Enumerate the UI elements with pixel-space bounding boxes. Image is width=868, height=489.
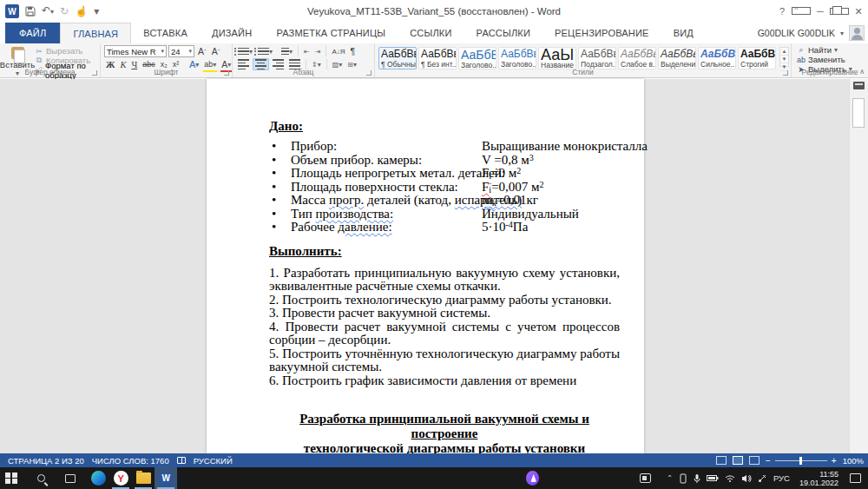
styles-scroll[interactable]: ▲▼▼ <box>779 47 789 67</box>
bullets-button[interactable]: ▾ <box>236 45 254 57</box>
style-card-3[interactable]: АаБбВвГЗаголово... <box>498 47 536 69</box>
styles-dialog-launcher[interactable] <box>783 70 788 76</box>
speaker-icon[interactable] <box>741 474 752 483</box>
tab-главная[interactable]: ГЛАВНАЯ <box>60 23 131 43</box>
word-count[interactable]: ЧИСЛО СЛОВ: 1760 <box>92 456 169 466</box>
news-widget-icon[interactable] <box>640 473 651 483</box>
read-mode-icon[interactable] <box>716 456 727 465</box>
style-card-9[interactable]: АаБбВвГгДСтрогий <box>738 47 776 69</box>
do-heading[interactable]: Выполнить: <box>269 244 620 259</box>
style-card-1[interactable]: АаБбВвГг,¶ Без инт... <box>418 47 457 69</box>
section-heading[interactable]: Разработка принципиальной вакуумной схем… <box>269 412 620 456</box>
style-card-4[interactable]: АаЫНазвание <box>538 47 576 69</box>
given-item[interactable]: •Объем прибор. камеры:V =0,8 м3 <box>269 154 620 168</box>
ribbon-display-options-button[interactable] <box>792 6 811 17</box>
task-item[interactable]: 1. Разработать принципиальную вакуумную … <box>269 267 620 294</box>
start-button[interactable] <box>0 467 23 489</box>
given-item[interactable]: •Площадь непрогретых метал. деталей:Fi=0… <box>269 167 620 181</box>
edge-button[interactable] <box>87 467 109 489</box>
redo-icon[interactable]: ↻ <box>60 6 69 17</box>
hidden-icons-button[interactable]: ⌃ <box>667 474 673 482</box>
style-card-6[interactable]: АаБбВвГгДСлабое в... <box>618 47 656 69</box>
print-layout-icon[interactable] <box>733 456 743 465</box>
taskbar-search-button[interactable] <box>30 467 52 489</box>
tab-разметка страницы[interactable]: РАЗМЕТКА СТРАНИЦЫ <box>264 23 398 43</box>
show-marks-button[interactable]: ¶ <box>349 45 358 57</box>
style-card-2[interactable]: АаБбВЗаголово... <box>458 47 496 69</box>
account-area[interactable]: G00DLIK G00DLIK ▾ <box>758 23 865 43</box>
web-layout-icon[interactable] <box>749 456 760 465</box>
style-card-8[interactable]: АаБбВвГгДСильное... <box>698 47 736 69</box>
yandex-browser-button[interactable]: Y <box>109 467 132 489</box>
phone-link-icon[interactable] <box>679 473 687 484</box>
shrink-font-button[interactable]: Аˇ <box>210 45 222 57</box>
battery-icon[interactable] <box>707 474 719 482</box>
font-dialog-launcher[interactable] <box>224 70 229 76</box>
tab-file[interactable]: ФАЙЛ <box>5 23 60 43</box>
tab-рецензирование[interactable]: РЕЦЕНЗИРОВАНИЕ <box>542 23 661 43</box>
microphone-icon[interactable] <box>694 473 700 484</box>
decrease-indent-button[interactable]: ⇤ <box>302 45 312 57</box>
find-button[interactable]: ⌕Найти▾ <box>797 45 868 55</box>
given-item[interactable]: •Прибор:Выращивание монокристалла <box>269 140 620 154</box>
increase-indent-button[interactable]: ⇥ <box>313 45 323 57</box>
zoom-level[interactable]: 100% <box>843 456 864 466</box>
style-card-5[interactable]: АаБбВвГПодзагол... <box>578 47 616 69</box>
file-explorer-button[interactable] <box>132 467 155 489</box>
cut-button[interactable]: ✂Вырезать <box>35 46 100 56</box>
tab-рассылки[interactable]: РАССЫЛКИ <box>464 23 542 43</box>
grow-font-button[interactable]: Аˆ <box>196 45 208 57</box>
restore-button[interactable] <box>830 6 849 17</box>
proofing-icon[interactable] <box>177 457 186 464</box>
scrollbar-thumb[interactable] <box>852 98 865 128</box>
given-item[interactable]: •Тип производства:Индивидуальный <box>269 208 620 221</box>
numbering-button[interactable]: ▾ <box>256 45 274 57</box>
zoom-out-icon[interactable]: − <box>766 456 771 466</box>
tab-вид[interactable]: ВИД <box>661 23 706 43</box>
language-indicator[interactable]: РУССКИЙ <box>194 456 233 466</box>
task-item[interactable]: 6. Построить график зависимости давления… <box>269 374 620 388</box>
given-heading[interactable]: Дано: <box>269 119 620 134</box>
task-item[interactable]: 5. Построить уточнённую технологическую … <box>269 347 620 374</box>
touch-mode-icon[interactable]: ☝ <box>75 6 88 17</box>
collapse-ribbon-icon[interactable]: ∧ <box>859 68 865 76</box>
font-name-combo[interactable]: Times New R▾ <box>104 45 167 57</box>
task-view-button[interactable] <box>59 467 82 489</box>
ruler-toggle-icon[interactable] <box>853 82 865 89</box>
alice-assistant-button[interactable] <box>526 471 539 486</box>
save-icon[interactable] <box>25 6 36 17</box>
wifi-icon[interactable] <box>725 474 735 483</box>
style-card-0[interactable]: АаБбВвГг,¶ Обычный <box>378 47 417 69</box>
font-size-combo[interactable]: 24▾ <box>168 45 194 57</box>
tab-ссылки[interactable]: ССЫЛКИ <box>398 23 464 43</box>
replace-button[interactable]: abЗаменить <box>797 55 868 64</box>
qat-customize-icon[interactable]: ▾ <box>94 6 99 17</box>
close-button[interactable]: ✕ <box>849 6 868 17</box>
zoom-slider[interactable]: − + <box>766 456 837 466</box>
tab-дизайн[interactable]: ДИЗАЙН <box>200 23 264 43</box>
tab-вставка[interactable]: ВСТАВКА <box>131 23 200 43</box>
taskbar-language[interactable]: РУС <box>773 473 790 483</box>
task-item[interactable]: 4. Провести расчет вакуумной системы с у… <box>269 320 620 347</box>
task-item[interactable]: 3. Провести расчет вакуумной системы. <box>269 307 620 320</box>
action-center-icon[interactable] <box>850 473 861 483</box>
paragraph-dialog-launcher[interactable] <box>366 70 372 76</box>
given-item[interactable]: •Рабочее давление:5·10-4Па <box>269 221 620 235</box>
help-button[interactable]: ? <box>773 6 792 17</box>
word-taskbar-button[interactable]: W <box>155 467 177 489</box>
given-item[interactable]: •Площадь поверхности стекла:Fi=0,007 м2 <box>269 181 620 195</box>
minimize-button[interactable]: ─ <box>811 6 830 17</box>
multilevel-list-button[interactable]: ▾ <box>276 45 294 57</box>
style-card-7[interactable]: АаБбВвГгДВыделение <box>658 47 696 69</box>
clipboard-dialog-launcher[interactable] <box>92 70 97 76</box>
undo-icon[interactable]: ↶▾ <box>42 5 54 17</box>
zoom-in-icon[interactable]: + <box>832 456 837 466</box>
vertical-scrollbar[interactable] <box>849 79 868 453</box>
sort-button[interactable]: А↓Я <box>330 45 346 57</box>
document-page[interactable]: Дано: •Прибор:Выращивание монокристалла•… <box>207 79 644 453</box>
given-item[interactable]: •Масса прогр. деталей (катод, испаритель… <box>269 194 620 208</box>
zoom-handle[interactable] <box>799 457 802 465</box>
clock[interactable]: 11:55 19.01.2022 <box>799 470 838 487</box>
usb-device-icon[interactable] <box>758 473 767 483</box>
task-item[interactable]: 2. Построить технологическую диаграмму р… <box>269 294 620 307</box>
